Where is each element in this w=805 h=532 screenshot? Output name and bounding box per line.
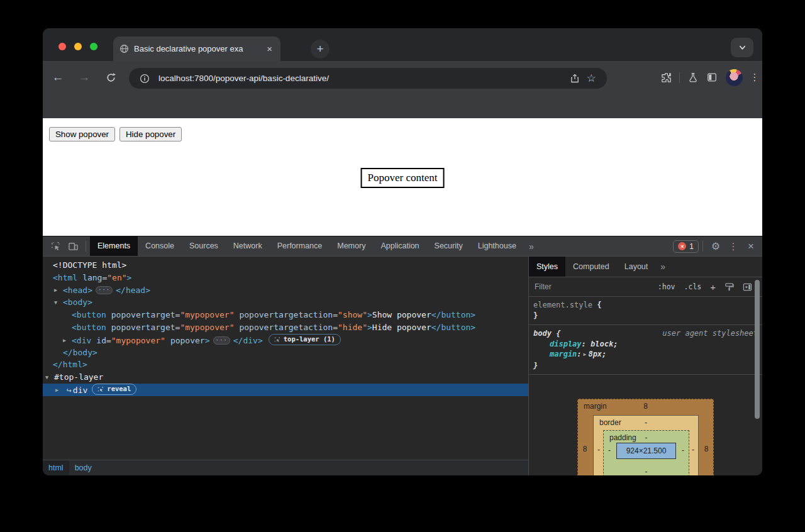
- filter-input[interactable]: Filter: [535, 282, 653, 291]
- url-bar[interactable]: localhost:7800/popover-api/basic-declara…: [129, 68, 607, 89]
- tab-computed[interactable]: Computed: [565, 257, 617, 277]
- reload-icon[interactable]: [101, 67, 121, 87]
- border-top-value[interactable]: -: [594, 418, 698, 427]
- box-model-margin[interactable]: margin 8 8 8 border - - - padding: [577, 399, 714, 475]
- share-icon[interactable]: [567, 74, 583, 84]
- styles-scrollbar-thumb[interactable]: [755, 280, 760, 419]
- tab-lighthouse[interactable]: Lighthouse: [470, 236, 524, 256]
- flask-icon[interactable]: [684, 72, 702, 83]
- devtools-toolbar-divider-right: [702, 241, 703, 252]
- error-count: 1: [689, 242, 694, 251]
- expand-arrow-icon[interactable]: ▼: [45, 372, 54, 384]
- extensions-puzzle-icon[interactable]: [657, 72, 675, 84]
- body-rule[interactable]: body {user agent stylesheet display: blo…: [529, 325, 762, 375]
- border-right-value[interactable]: -: [689, 445, 697, 454]
- expand-property-icon[interactable]: ▶: [584, 350, 587, 360]
- element-state-panel-icon[interactable]: [743, 282, 752, 292]
- tab-styles[interactable]: Styles: [529, 257, 565, 277]
- more-panes-icon[interactable]: »: [655, 262, 670, 272]
- error-badge[interactable]: × 1: [673, 240, 699, 253]
- page-viewport: Show popover Hide popover Popover conten…: [43, 118, 762, 236]
- collapsed-content-icon[interactable]: ···: [213, 336, 230, 345]
- box-model-padding[interactable]: padding - - - - 924×21.500: [603, 430, 689, 475]
- collapse-arrow-icon[interactable]: ▶: [54, 284, 63, 297]
- tree-html-close[interactable]: </html>: [43, 358, 528, 371]
- devtools-menu-icon[interactable]: ⋮: [724, 241, 742, 252]
- margin-property[interactable]: margin:▶8px;: [533, 349, 758, 360]
- expand-arrow-icon[interactable]: ▼: [54, 297, 63, 309]
- tree-body-open[interactable]: ▼<body>: [43, 296, 528, 309]
- browser-tab[interactable]: Basic declarative popover exa ×: [113, 36, 280, 61]
- padding-right-value[interactable]: -: [679, 446, 687, 455]
- tab-memory[interactable]: Memory: [330, 236, 373, 256]
- collapse-arrow-icon[interactable]: ▶: [55, 384, 64, 397]
- collapse-arrow-icon[interactable]: ▶: [63, 335, 72, 347]
- profile-avatar[interactable]: [726, 69, 743, 86]
- site-info-icon[interactable]: [136, 74, 153, 84]
- padding-left-value[interactable]: -: [605, 446, 614, 455]
- hide-popover-button[interactable]: Hide popover: [119, 127, 182, 141]
- border-left-value[interactable]: -: [594, 445, 603, 454]
- breadcrumb-html[interactable]: html: [43, 460, 69, 475]
- tree-html-open[interactable]: <htmllang="en">: [43, 272, 528, 284]
- new-tab-button[interactable]: +: [311, 40, 330, 58]
- styles-tabbar: Styles Computed Layout »: [529, 257, 762, 277]
- content-size: 924×21.500: [626, 446, 667, 455]
- tab-search-chevron-button[interactable]: [731, 38, 753, 57]
- tab-layout[interactable]: Layout: [617, 257, 656, 277]
- breadcrumb-body[interactable]: body: [69, 460, 97, 475]
- margin-top-value[interactable]: 8: [578, 402, 713, 411]
- browser-menu-icon[interactable]: ⋮: [747, 72, 762, 83]
- minimize-window-button[interactable]: [74, 43, 82, 50]
- tree-button-show[interactable]: <buttonpopovertarget="mypopover"popovert…: [43, 309, 528, 321]
- devtools-toolbar: Elements Console Sources Network Perform…: [43, 236, 762, 257]
- tab-elements[interactable]: Elements: [90, 236, 138, 256]
- forward-icon[interactable]: →: [74, 67, 94, 87]
- padding-bottom-value[interactable]: -: [604, 467, 689, 475]
- dom-tree: <!DOCTYPE html> <htmllang="en"> ▶<head>·…: [43, 257, 528, 460]
- collapsed-content-icon[interactable]: ···: [96, 286, 113, 294]
- paint-roller-icon[interactable]: [724, 282, 734, 292]
- device-toolbar-icon[interactable]: [64, 241, 82, 252]
- tab-console[interactable]: Console: [138, 236, 182, 256]
- tab-sources[interactable]: Sources: [182, 236, 226, 256]
- tab-title: Basic declarative popover exa: [134, 44, 260, 53]
- tree-head[interactable]: ▶<head>···</head>: [43, 284, 528, 297]
- bookmark-star-icon[interactable]: ☆: [583, 72, 599, 85]
- hov-toggle[interactable]: :hov: [658, 282, 675, 291]
- padding-top-value[interactable]: -: [604, 433, 689, 442]
- back-icon[interactable]: ←: [48, 67, 68, 87]
- reveal-badge[interactable]: reveal: [92, 384, 136, 395]
- margin-left-value[interactable]: 8: [580, 445, 589, 453]
- tree-doctype[interactable]: <!DOCTYPE html>: [43, 259, 528, 272]
- new-style-rule-icon[interactable]: +: [710, 282, 716, 292]
- show-popover-button[interactable]: Show popover: [49, 127, 115, 141]
- tab-security[interactable]: Security: [427, 236, 470, 256]
- devtools-close-icon[interactable]: ×: [742, 240, 760, 253]
- box-model-content[interactable]: 924×21.500: [616, 443, 676, 459]
- element-style-rule[interactable]: element.style { }: [529, 297, 762, 325]
- tab-application[interactable]: Application: [373, 236, 426, 256]
- top-layer-badge[interactable]: top-layer (1): [269, 334, 341, 345]
- tab-performance[interactable]: Performance: [270, 236, 330, 256]
- more-tabs-icon[interactable]: »: [524, 241, 539, 252]
- tree-button-hide[interactable]: <buttonpopovertarget="mypopover"popovert…: [43, 321, 528, 334]
- tab-close-icon[interactable]: ×: [265, 43, 274, 54]
- display-property[interactable]: display: block;: [533, 339, 758, 350]
- inspect-element-icon[interactable]: [47, 241, 64, 252]
- breadcrumb: html body: [43, 460, 528, 475]
- settings-gear-icon[interactable]: ⚙: [707, 240, 724, 252]
- popover-content: Popover content: [361, 168, 445, 188]
- tree-body-close[interactable]: </body>: [43, 346, 528, 359]
- url-text[interactable]: localhost:7800/popover-api/basic-declara…: [158, 74, 567, 83]
- cls-toggle[interactable]: .cls: [684, 282, 702, 291]
- close-window-button[interactable]: [58, 43, 66, 50]
- margin-right-value[interactable]: 8: [702, 445, 711, 453]
- tree-popover-div[interactable]: ▶<divid="mypopover"popover>···</div>top-…: [43, 334, 528, 346]
- side-panel-icon[interactable]: [702, 72, 721, 83]
- box-model-border[interactable]: border - - - padding - - - -: [593, 415, 699, 475]
- maximize-window-button[interactable]: [90, 43, 97, 50]
- tree-top-layer[interactable]: ▼#top-layer: [43, 371, 528, 384]
- tree-top-layer-div-selected[interactable]: ▶↪divreveal: [43, 384, 528, 396]
- tab-network[interactable]: Network: [226, 236, 270, 256]
